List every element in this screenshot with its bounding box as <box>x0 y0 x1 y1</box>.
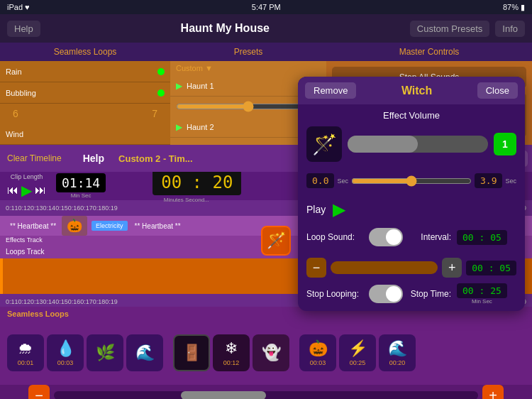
number-6: 6 <box>13 108 18 119</box>
loop-thumb-rain[interactable]: 🌧 00:01 <box>7 334 44 371</box>
loop-sound-toggle[interactable] <box>369 228 403 246</box>
custom-dropdown[interactable]: Custom ▼ <box>170 61 326 75</box>
active-dot <box>157 68 165 75</box>
scrollbar-thumb[interactable] <box>181 391 266 399</box>
zoom-out-button[interactable]: − <box>28 385 50 399</box>
electricity-block: Electricity <box>92 221 128 231</box>
loop-thumb-door[interactable]: 🚪 <box>173 334 210 371</box>
timeline-custom-title: Custom 2 - Tim... <box>118 153 193 164</box>
sound-row-bubbling[interactable]: Bubbling <box>0 82 170 104</box>
master-controls-header: Master Controls <box>326 47 532 57</box>
clip-time-display: 01:14 <box>56 173 106 192</box>
end-time-display: 3.9 <box>475 173 502 188</box>
play-row: 0.0 Sec 3.9 Sec <box>298 168 525 194</box>
scrollbar-track[interactable] <box>54 391 478 399</box>
interval-slider-row: − + 00 : 05 <box>298 255 525 280</box>
presets-header: Presets <box>170 47 326 57</box>
loop-thumb-time25[interactable]: ⚡ 00:25 <box>339 334 376 371</box>
loop-sound-label: Loop Sound: <box>306 232 363 242</box>
stop-looping-row: Stop Looping: Stop Time: 00 : 25 Min Sec <box>298 280 525 307</box>
volume-slider[interactable] <box>348 136 488 153</box>
status-bar: iPad ♥ 5:47 PM 87% ▮ <box>0 0 532 14</box>
custom-presets-button[interactable]: Custom Presets <box>410 21 489 37</box>
top-nav: Help Haunt My House Custom Presets Info <box>0 14 532 43</box>
main-time-display: 00 : 20 <box>153 170 241 195</box>
loop-thumb-ghost[interactable]: 👻 <box>253 334 289 371</box>
stop-looping-knob <box>386 286 401 302</box>
volume-value: 1 <box>494 133 516 155</box>
stop-looping-toggle[interactable] <box>369 285 403 303</box>
sound-row-rain[interactable]: Rain <box>0 61 170 82</box>
seamless-loops-header: Seamless Loops <box>0 47 170 57</box>
interval-value-display: 00 : 05 <box>466 261 516 275</box>
stop-looping-label: Stop Looping: <box>306 289 363 299</box>
volume-slider-fill <box>348 136 418 153</box>
section-headers: Seamless Loops Presets Master Controls <box>0 43 532 61</box>
loop-sound-row: Loop Sound: Interval: 00 : 05 <box>298 225 525 249</box>
number-7: 7 <box>152 108 157 119</box>
clip-time-units: Min Sec <box>71 192 92 199</box>
effect-panel-header: Remove Witch Close <box>298 77 525 104</box>
status-time: 5:47 PM <box>252 3 281 11</box>
loop-thumb-time03[interactable]: 🎃 00:03 <box>299 334 336 371</box>
sound-row-wind[interactable]: Wind <box>0 124 170 145</box>
scrollbar-area: − + <box>0 385 532 399</box>
loop-thumb-wave[interactable]: 🌊 <box>126 334 163 371</box>
help-button[interactable]: Help <box>7 21 40 37</box>
interval-minus-button[interactable]: − <box>306 258 326 278</box>
volume-row: 🪄 1 <box>306 126 516 162</box>
loop-thumb-plant[interactable]: 🌿 <box>87 334 123 371</box>
interval-slider[interactable] <box>331 261 438 274</box>
loop-thumb-snowflake[interactable]: ❄ 00:12 <box>213 334 250 371</box>
stop-time-units: Min Sec <box>472 298 492 305</box>
play-controls-row: Play ▶ <box>298 194 525 225</box>
effect-time-slider[interactable] <box>351 175 472 187</box>
app-title: Haunt My House <box>181 22 270 35</box>
interval-label: Interval: <box>409 232 451 242</box>
effect-volume-label: Effect Volume <box>306 110 516 121</box>
interval-time-display: 00 : 05 <box>457 230 507 245</box>
status-left: iPad ♥ <box>7 3 30 11</box>
time-units: Minutes Second... <box>164 197 209 203</box>
close-button[interactable]: Close <box>477 82 518 99</box>
active-dot <box>157 89 165 97</box>
clip-length-label: Clip Length <box>11 173 43 180</box>
status-right: 87% ▮ <box>503 3 525 12</box>
toggle-knob <box>386 229 401 245</box>
sec-start-label: Sec <box>337 177 348 185</box>
play-button[interactable]: ▶ <box>21 182 32 199</box>
timeline-help-button[interactable]: Help <box>83 153 104 164</box>
zoom-in-button[interactable]: + <box>482 385 504 399</box>
stop-time-display: 00 : 25 <box>457 283 507 298</box>
effect-panel: Remove Witch Close Effect Volume 🪄 1 0.0… <box>298 77 525 311</box>
info-button[interactable]: Info <box>495 21 525 37</box>
fast-forward-button[interactable]: ⏭ <box>35 184 46 197</box>
start-time-display: 0.0 <box>306 173 334 188</box>
cauldron-icon: 🪄 <box>306 126 342 162</box>
bottom-section: Seamless Loops 🌧 00:01 💧 00:03 🌿 🌊 🚪 <box>0 307 532 399</box>
loop-thumb-wave2[interactable]: 🌊 00:20 <box>379 334 416 371</box>
effect-volume-section: Effect Volume 🪄 1 <box>298 104 525 168</box>
play-label: Play <box>306 204 326 215</box>
play-icon[interactable]: ▶ <box>333 200 345 219</box>
remove-button[interactable]: Remove <box>305 82 356 99</box>
clear-timeline-button[interactable]: Clear Timeline <box>7 153 62 163</box>
bottom-loops-row: 🌧 00:01 💧 00:03 🌿 🌊 🚪 ❄ 00:12 <box>0 321 532 385</box>
loop-thumb-bubbling[interactable]: 💧 00:03 <box>47 334 84 371</box>
timeline-cauldron-icon[interactable]: 🪄 <box>261 226 291 256</box>
sec-end-label: Sec <box>505 177 516 185</box>
stop-time-label: Stop Time: <box>409 289 451 299</box>
effect-title: Witch <box>401 84 432 97</box>
rewind-button[interactable]: ⏮ <box>7 184 18 197</box>
interval-plus-button[interactable]: + <box>442 258 462 278</box>
